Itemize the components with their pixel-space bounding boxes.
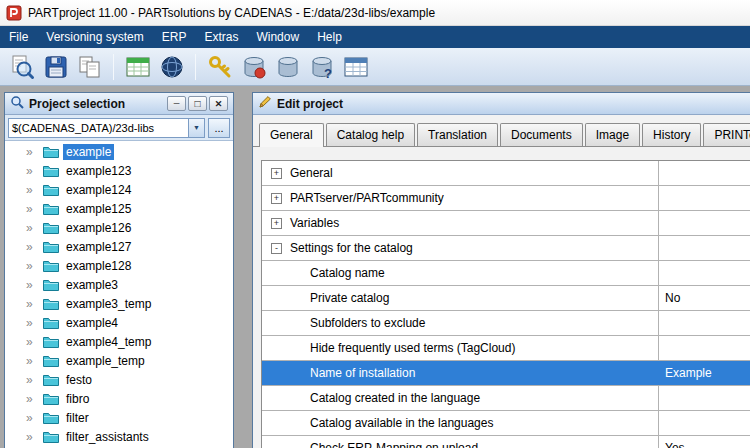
tree-item-example127[interactable]: example127 [5,237,233,256]
expand-chevron-icon[interactable] [26,392,43,406]
property-label-cell[interactable]: Check ERP-Mapping on upload [262,436,659,448]
property-label-cell[interactable]: Name of installation [262,361,659,385]
close-button[interactable] [209,96,228,111]
table-icon[interactable] [340,51,371,82]
expand-chevron-icon[interactable] [26,183,43,197]
database-red-icon[interactable] [238,51,269,82]
expand-chevron-icon[interactable] [26,335,43,349]
property-value-cell[interactable] [659,161,750,185]
expand-chevron-icon[interactable] [26,411,43,425]
expand-chevron-icon[interactable] [26,297,43,311]
tree-item-example125[interactable]: example125 [5,199,233,218]
tree-item-example4[interactable]: example4 [5,313,233,332]
property-row-settings-for-the-catalog[interactable]: -Settings for the catalog [262,236,750,261]
expand-box-icon[interactable]: + [271,168,282,179]
menu-extras[interactable]: Extras [195,27,247,47]
tab-documents[interactable]: Documents [500,123,583,146]
globe-icon[interactable] [156,51,187,82]
maximize-button[interactable] [188,96,207,111]
property-label-cell[interactable]: Catalog available in the languages [262,411,659,435]
property-row-partserver-partcommunity[interactable]: +PARTserver/PARTcommunity [262,186,750,211]
expand-chevron-icon[interactable] [26,430,43,444]
property-row-general[interactable]: +General [262,161,750,186]
property-value-cell[interactable] [659,386,750,410]
property-label-cell[interactable]: Catalog created in the language [262,386,659,410]
tree-item-example128[interactable]: example128 [5,256,233,275]
menu-erp[interactable]: ERP [153,27,196,47]
expand-chevron-icon[interactable] [26,164,43,178]
database-help-icon[interactable]: ? [306,51,337,82]
property-value-cell[interactable] [659,261,750,285]
property-value-cell[interactable]: No [659,286,750,310]
property-value-cell[interactable] [659,411,750,435]
tab-printcatalog[interactable]: PRINTcatalog [703,123,750,146]
expand-chevron-icon[interactable] [26,373,43,387]
expand-box-icon[interactable]: + [271,193,282,204]
tab-image[interactable]: Image [585,123,640,146]
browse-button[interactable]: ... [208,118,230,138]
property-value-cell[interactable] [659,311,750,335]
property-value-cell[interactable]: Example [659,361,750,385]
database-blue-icon[interactable] [272,51,303,82]
property-label-cell[interactable]: Subfolders to exclude [262,311,659,335]
property-row-check-erp-mapping-on-upload[interactable]: Check ERP-Mapping on uploadYes [262,436,750,448]
key-icon[interactable] [204,51,235,82]
tree-item-example123[interactable]: example123 [5,161,233,180]
property-row-private-catalog[interactable]: Private catalogNo [262,286,750,311]
tree-item-fibro[interactable]: fibro [5,389,233,408]
property-row-catalog-name[interactable]: Catalog name [262,261,750,286]
tree-item-filter[interactable]: filter [5,408,233,427]
tab-general[interactable]: General [259,123,324,147]
property-label-cell[interactable]: Private catalog [262,286,659,310]
menu-file[interactable]: File [0,27,37,47]
tree-item-example[interactable]: example [5,142,233,161]
menu-versioning-system[interactable]: Versioning system [37,27,152,47]
edit-project-titlebar[interactable]: Edit project [253,93,750,115]
tree-item-filter_assistants[interactable]: filter_assistants [5,427,233,446]
combo-dropdown-icon[interactable]: ▼ [188,119,204,137]
property-row-name-of-installation[interactable]: Name of installationExample [262,361,750,386]
property-label-cell[interactable]: Catalog name [262,261,659,285]
property-row-variables[interactable]: +Variables [262,211,750,236]
expand-chevron-icon[interactable] [26,316,43,330]
property-value-cell[interactable] [659,236,750,260]
app-titlebar[interactable]: PARTproject 11.00 - PARTsolutions by CAD… [0,0,750,26]
tree-item-example3_temp[interactable]: example3_temp [5,294,233,313]
property-row-subfolders-to-exclude[interactable]: Subfolders to exclude [262,311,750,336]
expand-chevron-icon[interactable] [26,354,43,368]
expand-box-icon[interactable]: + [271,218,282,229]
expand-chevron-icon[interactable] [26,145,43,159]
menu-help[interactable]: Help [308,27,351,47]
copy-icon[interactable] [74,51,105,82]
property-label-cell[interactable]: +Variables [262,211,659,235]
property-label-cell[interactable]: +PARTserver/PARTcommunity [262,186,659,210]
property-row-hide-frequently-used-terms-tagcloud[interactable]: Hide frequently used terms (TagCloud) [262,336,750,361]
property-label-cell[interactable]: +General [262,161,659,185]
expand-chevron-icon[interactable] [26,240,43,254]
property-value-cell[interactable] [659,336,750,360]
expand-chevron-icon[interactable] [26,278,43,292]
tab-history[interactable]: History [642,123,701,146]
tab-translation[interactable]: Translation [417,123,498,146]
property-value-cell[interactable]: Yes [659,436,750,448]
tree-item-example126[interactable]: example126 [5,218,233,237]
minimize-button[interactable] [167,96,186,111]
expand-chevron-icon[interactable] [26,202,43,216]
menu-window[interactable]: Window [247,27,308,47]
spreadsheet-icon[interactable] [122,51,153,82]
collapse-box-icon[interactable]: - [271,243,282,254]
tree-item-example3[interactable]: example3 [5,275,233,294]
save-icon[interactable] [40,51,71,82]
project-selection-titlebar[interactable]: Project selection [5,93,233,115]
path-combobox[interactable]: $(CADENAS_DATA)/23d-libs ▼ [8,118,205,138]
property-label-cell[interactable]: Hide frequently used terms (TagCloud) [262,336,659,360]
tree-item-festo[interactable]: festo [5,370,233,389]
property-label-cell[interactable]: -Settings for the catalog [262,236,659,260]
expand-chevron-icon[interactable] [26,259,43,273]
tree-item-example124[interactable]: example124 [5,180,233,199]
property-value-cell[interactable] [659,186,750,210]
property-row-catalog-available-in-the-languages[interactable]: Catalog available in the languages [262,411,750,436]
tab-catalog-help[interactable]: Catalog help [326,123,415,146]
expand-chevron-icon[interactable] [26,221,43,235]
property-row-catalog-created-in-the-language[interactable]: Catalog created in the language [262,386,750,411]
